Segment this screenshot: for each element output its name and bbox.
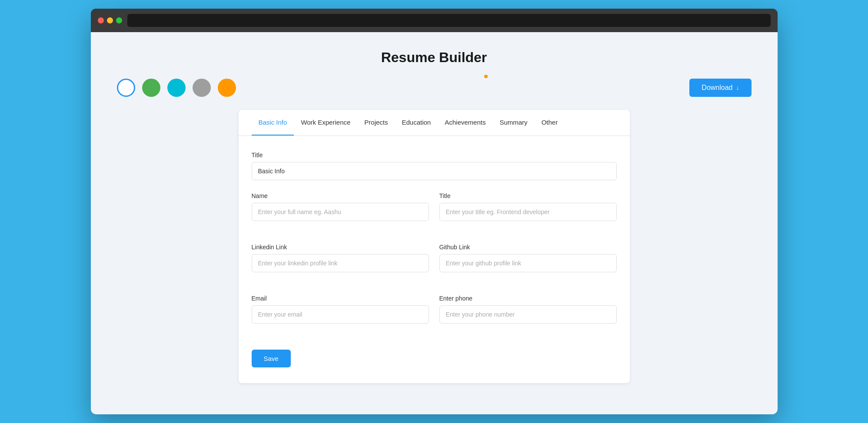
github-label: Github Link bbox=[439, 244, 617, 251]
traffic-lights bbox=[98, 17, 122, 23]
email-phone-row: Email Enter phone bbox=[252, 295, 617, 336]
color-gray[interactable] bbox=[193, 79, 211, 97]
browser-window: Resume Builder Download ↓ bbox=[91, 9, 778, 414]
github-input[interactable] bbox=[439, 254, 617, 272]
app-title: Resume Builder bbox=[117, 50, 752, 66]
job-title-input[interactable] bbox=[439, 203, 617, 221]
address-bar[interactable] bbox=[127, 14, 771, 27]
download-icon: ↓ bbox=[736, 84, 739, 91]
minimize-button[interactable] bbox=[107, 17, 113, 23]
tab-education[interactable]: Education bbox=[395, 110, 438, 135]
color-orange[interactable] bbox=[218, 79, 236, 97]
title-label: Title bbox=[252, 152, 617, 159]
save-button[interactable]: Save bbox=[252, 350, 291, 367]
linkedin-field-group: Linkedin Link bbox=[252, 244, 429, 272]
name-field-group: Name bbox=[252, 192, 429, 221]
tab-projects[interactable]: Projects bbox=[357, 110, 395, 135]
tab-bar: Basic Info Work Experience Projects Educ… bbox=[239, 110, 630, 136]
linkedin-label: Linkedin Link bbox=[252, 244, 429, 251]
title-input[interactable] bbox=[252, 162, 617, 180]
tab-basic-info[interactable]: Basic Info bbox=[252, 110, 294, 135]
main-card: Basic Info Work Experience Projects Educ… bbox=[239, 110, 630, 383]
job-title-label: Title bbox=[439, 192, 617, 199]
phone-input[interactable] bbox=[439, 305, 617, 324]
phone-label: Enter phone bbox=[439, 295, 617, 302]
notification-dot bbox=[484, 75, 488, 78]
top-bar: Download ↓ bbox=[117, 79, 752, 97]
download-button[interactable]: Download ↓ bbox=[689, 79, 751, 97]
name-title-row: Name Title bbox=[252, 192, 617, 233]
name-input[interactable] bbox=[252, 203, 429, 221]
maximize-button[interactable] bbox=[116, 17, 122, 23]
email-input[interactable] bbox=[252, 305, 429, 324]
phone-field-group: Enter phone bbox=[439, 295, 617, 324]
download-label: Download bbox=[702, 84, 732, 92]
tab-work-experience[interactable]: Work Experience bbox=[294, 110, 357, 135]
github-field-group: Github Link bbox=[439, 244, 617, 272]
close-button[interactable] bbox=[98, 17, 104, 23]
browser-content: Resume Builder Download ↓ bbox=[91, 32, 778, 414]
tab-content: Title Name Title Linkedin Link bbox=[239, 136, 630, 383]
email-label: Email bbox=[252, 295, 429, 302]
tab-other[interactable]: Other bbox=[535, 110, 565, 135]
email-field-group: Email bbox=[252, 295, 429, 324]
linkedin-input[interactable] bbox=[252, 254, 429, 272]
linkedin-github-row: Linkedin Link Github Link bbox=[252, 244, 617, 284]
title-field-group: Title bbox=[252, 152, 617, 180]
tab-achievements[interactable]: Achievements bbox=[438, 110, 492, 135]
color-blue[interactable] bbox=[117, 79, 135, 97]
job-title-field-group: Title bbox=[439, 192, 617, 221]
name-label: Name bbox=[252, 192, 429, 199]
top-section: Download ↓ bbox=[117, 79, 752, 97]
color-palette bbox=[117, 79, 236, 97]
color-cyan[interactable] bbox=[167, 79, 186, 97]
tab-summary[interactable]: Summary bbox=[492, 110, 534, 135]
browser-chrome bbox=[91, 9, 778, 32]
color-green[interactable] bbox=[142, 79, 160, 97]
